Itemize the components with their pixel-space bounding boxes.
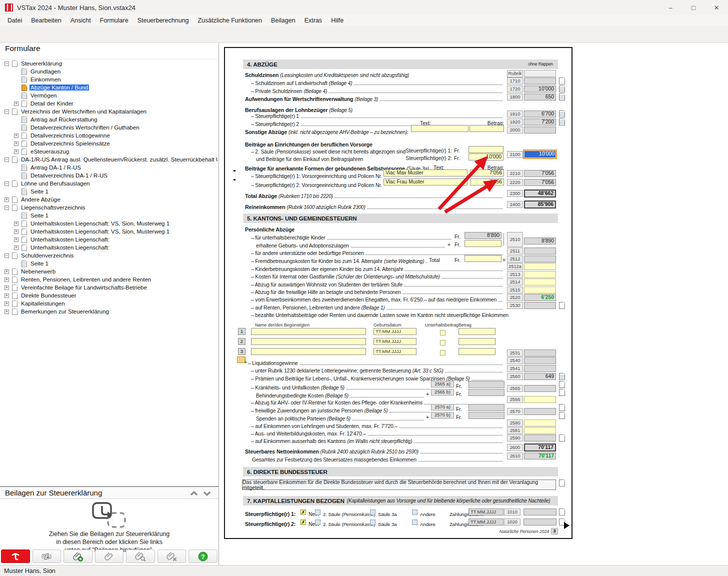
tree-item-23[interactable]: +Unterhaltskosten Liegenschaft: (2, 244, 218, 252)
tree-item-14[interactable]: Detailverzeichnis DA-1 / R-US (2, 172, 218, 180)
tree-item-30[interactable]: +Kapitalleistungen (2, 300, 218, 308)
collapse-icon[interactable]: − (4, 158, 9, 162)
expand-icon[interactable]: + (14, 230, 18, 234)
fremdbetreuung-input[interactable] (464, 255, 502, 262)
open-attachment-button[interactable] (95, 550, 124, 563)
beneficiary-date-input[interactable]: TT.MM.JJJJ (374, 338, 416, 345)
tree-item-18[interactable]: −Liegenschaftsverzeichnis (2, 204, 218, 212)
tree-item-0[interactable]: −Steuererklärung (2, 60, 218, 68)
expand-icon[interactable]: + (14, 222, 18, 226)
tree-item-28[interactable]: +Vereinfachte Beilage für Landwirtschaft… (2, 284, 218, 292)
beneficiary-betrag-input[interactable] (458, 328, 496, 335)
maximize-button[interactable]: □ (682, 0, 705, 15)
menu-extras[interactable]: Extras (300, 16, 326, 25)
beneficiary-date-input[interactable]: TT.MM.JJJJ (374, 328, 416, 335)
field-2580[interactable] (524, 420, 556, 426)
saeule3a-sp2-betrag-input[interactable]: 7'056 (470, 178, 504, 186)
field-2513[interactable] (524, 271, 556, 278)
sp2-zahlungsdatum-input[interactable]: TT.MM.JJJJ (468, 518, 504, 526)
sonstige-text-input[interactable] (411, 125, 468, 132)
attachment-page-icon[interactable] (559, 373, 565, 380)
vstax-attach-button[interactable] (1, 550, 30, 563)
attachment-page-icon[interactable] (559, 86, 565, 92)
expand-icon[interactable]: + (14, 246, 18, 250)
menu-ansicht[interactable]: Ansicht (66, 16, 96, 25)
expand-icon[interactable]: + (4, 310, 9, 314)
tree-item-26[interactable]: +Nebenerwerb (2, 268, 218, 276)
tree-item-4[interactable]: Vermögen (2, 92, 218, 100)
bv-sp1-input[interactable] (468, 146, 504, 153)
tree-item-17[interactable]: +Andere Abzüge (2, 196, 218, 204)
tree-item-9[interactable]: +Detailverzeichnis Lottogewinne (2, 132, 218, 140)
beneficiary-name-input[interactable] (251, 338, 366, 345)
field-2515[interactable] (524, 286, 556, 294)
qr-scan-button[interactable] (32, 550, 62, 563)
collapse-icon[interactable]: − (4, 206, 9, 210)
minimize-button[interactable]: – (659, 0, 682, 15)
attachment-page-icon[interactable] (559, 78, 565, 84)
field-2100-selected[interactable]: 10'000 (523, 150, 557, 159)
beneficiary-name-input[interactable] (251, 328, 366, 335)
collapse-icon[interactable]: − (4, 254, 9, 258)
tree-item-8[interactable]: Detailverzeichnis Wertschriften / Guthab… (2, 124, 218, 132)
expand-icon[interactable]: + (14, 142, 18, 146)
tree-item-29[interactable]: +Direkte Bundessteuer (2, 292, 218, 300)
field-2566[interactable] (524, 396, 556, 403)
expand-icon[interactable]: + (4, 286, 9, 290)
attachment-page-icon[interactable] (559, 412, 565, 419)
tree-item-19[interactable]: Seite 1 (2, 212, 218, 220)
attachment-page-icon[interactable] (559, 302, 565, 309)
beneficiary-betrag-input[interactable] (458, 348, 496, 355)
tree-item-5[interactable]: +Detail der Kinder (2, 100, 218, 108)
attachments-help-button[interactable]: ? (188, 550, 218, 563)
expand-icon[interactable]: + (14, 102, 18, 106)
tree-item-16[interactable]: Seite 1 (2, 188, 218, 196)
sp1-andere-checkbox[interactable] (412, 510, 418, 515)
expand-icon[interactable]: + (4, 278, 9, 282)
saeule3a-sp1-text-input[interactable]: Viac Max Muster (384, 170, 468, 176)
sp1-nein-checkbox[interactable]: ✗ (300, 510, 306, 515)
tree-item-7[interactable]: Antrag auf Rückerstattung (2, 116, 218, 124)
expand-icon[interactable]: + (4, 302, 9, 306)
zulagen-input[interactable] (464, 240, 502, 247)
menu-datei[interactable]: Datei (3, 16, 26, 25)
attachment-page-icon[interactable] (559, 381, 565, 388)
liquidation-table-icon[interactable]: + (237, 356, 246, 363)
attachment-page-icon[interactable] (559, 434, 565, 442)
attachment-page-icon[interactable] (559, 94, 565, 100)
beneficiary-name-input[interactable] (251, 348, 366, 355)
tree-item-13[interactable]: Antrag DA-1 / R-US (2, 164, 218, 172)
expand-icon[interactable]: + (4, 270, 9, 274)
expand-icon[interactable]: + (14, 150, 18, 154)
expand-icon[interactable]: + (4, 198, 9, 202)
tree-item-3[interactable]: Abzüge Kanton / Bund (2, 84, 218, 92)
sp2-nein-checkbox[interactable]: ✗ (300, 520, 306, 525)
menu-hilfe[interactable]: Hilfe (326, 16, 348, 25)
next-page-arrow-icon[interactable] (564, 522, 570, 529)
unterhaltsbeitrag-checkbox[interactable] (440, 350, 446, 356)
tree-item-21[interactable]: +Unterhaltskosten Liegenschaft: VS, Sion… (2, 228, 218, 236)
beneficiary-betrag-input[interactable] (458, 338, 496, 345)
collapse-icon[interactable]: − (4, 62, 9, 66)
sp1-saeule2-checkbox[interactable] (315, 510, 320, 515)
collapse-icon[interactable]: − (4, 182, 9, 186)
bv-sp2-input[interactable]: 10'000 (468, 154, 504, 160)
menu-bearbeiten[interactable]: Bearbeiten (26, 16, 66, 25)
sp1-zahlungsdatum-input[interactable]: TT.MM.JJJJ (468, 508, 504, 516)
expand-icon[interactable]: + (4, 294, 9, 298)
tree-item-27[interactable]: +Renten, Pensionen, Leibrenten und ander… (2, 276, 218, 284)
sp2-andere-checkbox[interactable] (412, 520, 418, 525)
attachment-page-icon[interactable] (559, 508, 565, 516)
view-attachment-button[interactable] (126, 550, 155, 563)
tree-item-1[interactable]: Grundlagen (2, 68, 218, 76)
remove-attachment-button[interactable] (158, 550, 186, 563)
saeule3a-sp2-text-input[interactable]: Viac Frau Muster (384, 178, 468, 186)
attachments-dropzone[interactable]: Ziehen Sie die Beilagen zur Steuererklär… (0, 499, 218, 549)
tree-item-20[interactable]: +Unterhaltskosten Liegenschaft: VS, Sion… (2, 220, 218, 228)
attachment-page-icon[interactable] (559, 110, 565, 118)
unterhaltsbeitrag-checkbox[interactable] (440, 340, 446, 346)
menu-zus-tzliche-funktionen[interactable]: Zusätzliche Funktionen (193, 16, 266, 25)
tree-item-2[interactable]: Einkommen (2, 76, 218, 84)
tree-item-15[interactable]: −Löhne und Berufsauslagen (2, 180, 218, 188)
field-2512a[interactable] (524, 263, 556, 270)
